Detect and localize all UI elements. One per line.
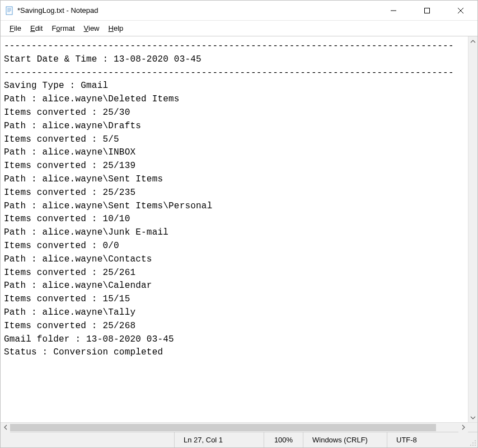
statusbar: Ln 27, Col 1 100% Windows (CRLF) UTF-8 (1, 432, 477, 447)
svg-point-13 (472, 445, 474, 446)
menu-edit[interactable]: Edit (26, 22, 47, 35)
scroll-up-button[interactable] (468, 36, 477, 46)
svg-point-14 (475, 445, 476, 446)
horizontal-scrollbar-row (1, 422, 477, 432)
menu-file[interactable]: File (5, 22, 26, 35)
status-zoom: 100% (264, 432, 303, 447)
scrollbar-corner (468, 423, 477, 432)
svg-point-10 (472, 442, 474, 444)
content-area: ----------------------------------------… (1, 36, 477, 422)
maximize-button[interactable] (410, 1, 444, 20)
menubar: File Edit Format View Help (1, 21, 477, 36)
menu-view[interactable]: View (79, 22, 104, 35)
horizontal-scroll-thumb[interactable] (10, 424, 436, 431)
horizontal-scroll-track[interactable] (10, 423, 458, 432)
status-line-col: Ln 27, Col 1 (174, 432, 264, 447)
status-encoding: UTF-8 (387, 432, 468, 447)
svg-point-9 (475, 440, 476, 441)
close-button[interactable] (444, 1, 477, 20)
horizontal-scrollbar[interactable] (1, 423, 468, 432)
svg-point-11 (475, 442, 476, 444)
window-title: *SavingLog.txt - Notepad (17, 6, 377, 15)
titlebar: *SavingLog.txt - Notepad (1, 1, 477, 21)
svg-point-12 (470, 445, 471, 446)
vertical-scrollbar[interactable] (468, 36, 477, 422)
menu-help[interactable]: Help (104, 22, 128, 35)
resize-grip-icon[interactable] (468, 432, 477, 447)
scroll-down-button[interactable] (468, 413, 477, 422)
window-controls (377, 1, 477, 20)
menu-format[interactable]: Format (47, 22, 79, 35)
status-line-ending: Windows (CRLF) (303, 432, 387, 447)
minimize-button[interactable] (377, 1, 410, 20)
notepad-icon (5, 6, 14, 15)
scroll-left-button[interactable] (1, 423, 10, 432)
text-editor[interactable]: ----------------------------------------… (1, 36, 468, 422)
svg-rect-6 (425, 8, 430, 13)
scroll-right-button[interactable] (458, 423, 468, 432)
